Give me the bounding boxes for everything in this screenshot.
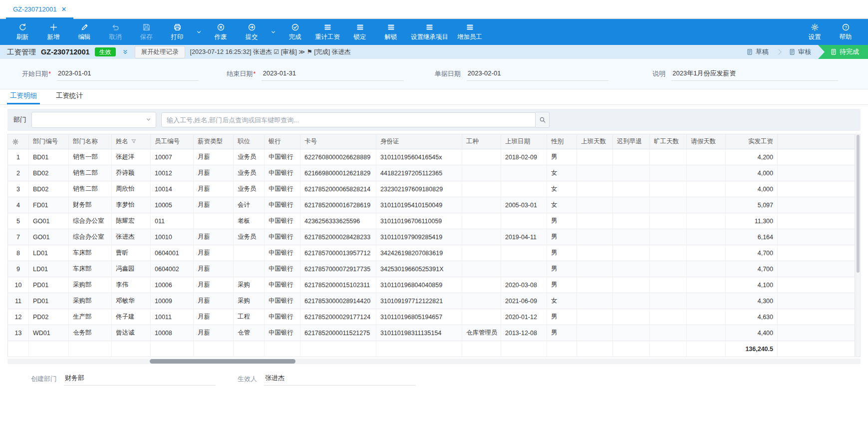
cell[interactable]: 业务员 [234,181,265,197]
cell[interactable]: 2013-12-08 [501,325,547,341]
cell[interactable] [577,197,613,213]
cell[interactable]: 工程 [234,309,265,325]
cell[interactable] [687,165,726,181]
cell[interactable]: 月薪 [194,293,234,309]
cell[interactable]: 中国银行 [265,181,300,197]
cell[interactable]: 月薪 [194,229,234,245]
cell[interactable]: 业务员 [234,229,265,245]
table-row[interactable]: 8LD01车床部曹昕0604001月薪中国银行62178570000139577… [8,245,855,261]
cell[interactable] [462,197,501,213]
cell[interactable]: 4,300 [726,293,778,309]
cell[interactable]: 女 [547,197,577,213]
cell[interactable]: 6217852000015102311 [300,277,376,293]
tab-salary-statistics[interactable]: 工资统计 [55,91,84,104]
table-row[interactable]: 2BD02销售二部乔诗颖10012月薪业务员中国银行62166980000126… [8,165,855,181]
cell[interactable]: 6217857000013957712 [300,245,376,261]
cell[interactable] [613,213,650,229]
cell[interactable]: 10014 [151,181,194,197]
cell[interactable]: 0604002 [151,261,194,277]
column-header[interactable]: 员工编号 [151,134,194,149]
cell[interactable]: 月薪 [194,325,234,341]
cell[interactable]: 4,400 [726,325,778,341]
cell[interactable]: 10009 [151,293,194,309]
cell[interactable]: 中国银行 [265,197,300,213]
cell[interactable] [650,261,687,277]
cell[interactable] [501,181,547,197]
cell[interactable] [650,213,687,229]
cell[interactable] [650,309,687,325]
expand-process-record-button[interactable]: 展开处理记录 [135,46,185,58]
cell[interactable]: 月薪 [194,197,234,213]
cell[interactable]: 中国银行 [265,165,300,181]
cell[interactable]: GO01 [29,229,69,245]
cell[interactable] [577,261,613,277]
column-header[interactable]: 上班日期 [501,134,547,149]
cell[interactable]: 综合办公室 [69,213,112,229]
cell[interactable] [687,277,726,293]
cell[interactable]: 采购 [234,277,265,293]
cell[interactable]: 310110196805194657 [376,309,462,325]
cell[interactable]: 中国银行 [265,149,300,165]
cell[interactable] [650,229,687,245]
tab-salary-detail[interactable]: 工资明细 [9,91,38,104]
cell[interactable]: 男 [547,149,577,165]
cell[interactable] [650,181,687,197]
cell[interactable]: 011 [151,213,194,229]
cell[interactable] [650,197,687,213]
cell[interactable]: 中国银行 [265,245,300,261]
cell[interactable] [687,261,726,277]
cell[interactable]: 车床部 [69,245,112,261]
cell[interactable]: 生产部 [69,309,112,325]
cell[interactable]: 月薪 [194,181,234,197]
cell[interactable]: 冯鑫园 [112,261,151,277]
cell[interactable]: 曾达诚 [112,325,151,341]
void-button[interactable]: 作废 [205,22,236,42]
column-header[interactable]: 银行 [265,134,300,149]
search-input[interactable] [161,112,536,127]
column-header[interactable]: 身份证 [376,134,462,149]
cell[interactable]: 0604001 [151,245,194,261]
column-header[interactable]: 迟到早退 [613,134,650,149]
cell[interactable]: 男 [547,245,577,261]
cell[interactable] [577,277,613,293]
column-header[interactable]: 职位 [234,134,265,149]
cell[interactable]: 11,300 [726,213,778,229]
cell[interactable]: 10006 [151,277,194,293]
recalc-salary-button[interactable]: 重计工资 [310,22,344,42]
column-header[interactable]: 性别 [547,134,577,149]
cell[interactable]: FD01 [29,197,69,213]
cell[interactable]: BD01 [29,149,69,165]
cell[interactable] [613,277,650,293]
lock-button[interactable]: 锁定 [344,22,375,42]
cell[interactable]: 4,000 [726,181,778,197]
document-tab[interactable]: GZ-230712001 ✕ [6,0,73,18]
print-button[interactable]: 打印 [162,22,193,42]
cell[interactable]: 会计 [234,197,265,213]
column-header[interactable]: 旷工天数 [650,134,687,149]
cell[interactable]: PD01 [29,293,69,309]
search-button[interactable] [536,112,550,128]
column-header[interactable]: 部门名称 [69,134,112,149]
cell[interactable]: PD01 [29,277,69,293]
cell[interactable] [687,229,726,245]
cell[interactable]: 男 [547,261,577,277]
cell[interactable]: 6216698000012621829 [300,165,376,181]
cell[interactable]: 6217852000016728619 [300,197,376,213]
cell[interactable]: 月薪 [194,245,234,261]
cell[interactable]: 4,700 [726,245,778,261]
table-row[interactable]: 4FD01财务部李梦怡10005月薪会计中国银行6217852000016728… [8,197,855,213]
cell[interactable]: 月薪 [194,261,234,277]
cell[interactable]: 女 [547,181,577,197]
cell[interactable]: 6227608000026628889 [300,149,376,165]
cell[interactable]: 采购部 [69,293,112,309]
cell[interactable]: 310110196706110059 [376,213,462,229]
cell[interactable] [462,277,501,293]
table-row[interactable]: 11PD01采购部邓敏华10009月薪采购中国银行621785300002891… [8,293,855,309]
cell[interactable]: 男 [547,213,577,229]
cell[interactable]: 310110195410150049 [376,197,462,213]
cell[interactable] [650,165,687,181]
vertical-scrollbar[interactable] [856,134,861,357]
add-button[interactable]: 新增 [38,22,69,42]
cell[interactable] [687,325,726,341]
cell[interactable] [687,293,726,309]
